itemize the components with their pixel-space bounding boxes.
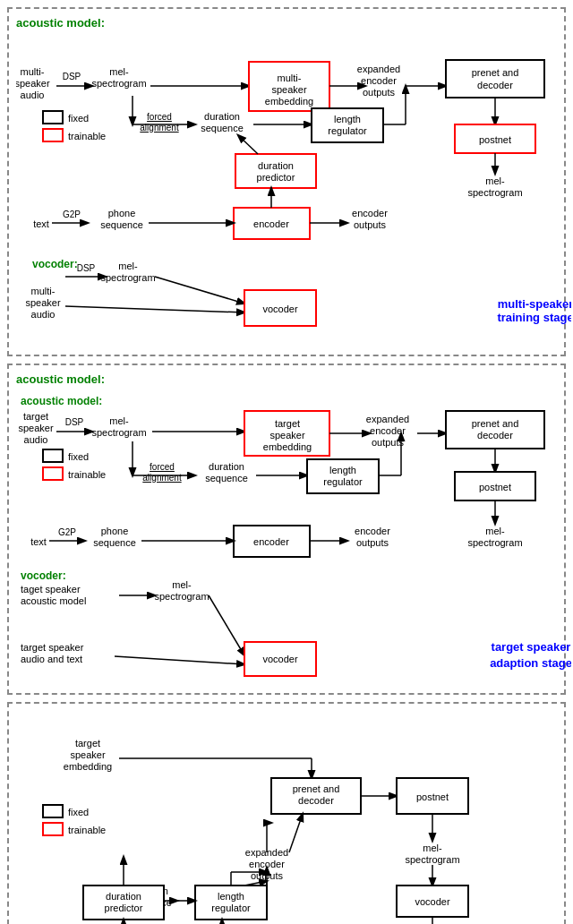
- svg-text:audio: audio: [21, 90, 45, 100]
- svg-text:trainable: trainable: [68, 469, 106, 480]
- svg-text:vocoder: vocoder: [262, 654, 297, 664]
- svg-text:spectrogram: spectrogram: [100, 272, 155, 283]
- svg-text:decoder: decoder: [298, 795, 334, 806]
- svg-text:spectrogram: spectrogram: [467, 537, 522, 548]
- svg-text:mel-: mel-: [485, 175, 505, 186]
- svg-text:length: length: [329, 465, 356, 475]
- svg-text:sequence: sequence: [205, 473, 248, 483]
- panel-adaption: acoustic model: fixed trainable acoustic…: [7, 364, 566, 695]
- panel-synthesis: fixed trainable target speaker embedding…: [7, 702, 566, 924]
- svg-text:taget speaker: taget speaker: [21, 584, 81, 595]
- svg-text:outputs: outputs: [372, 437, 405, 448]
- svg-text:multi-speaker: multi-speaker: [498, 297, 571, 311]
- svg-line-67: [155, 277, 244, 304]
- svg-text:multi-: multi-: [278, 73, 302, 83]
- svg-rect-40: [235, 154, 316, 188]
- svg-text:encoder: encoder: [352, 208, 388, 218]
- svg-text:expanded: expanded: [357, 64, 400, 74]
- diagram-svg-3: fixed trainable target speaker embedding…: [16, 711, 571, 924]
- main-container: acoustic model: fixed trainable multi- s…: [0, 0, 573, 924]
- svg-text:prenet and: prenet and: [293, 783, 340, 794]
- svg-text:regulator: regulator: [323, 476, 363, 487]
- svg-text:duration: duration: [204, 111, 240, 122]
- svg-line-43: [238, 135, 258, 154]
- svg-text:target: target: [275, 418, 300, 429]
- diagram-svg-1: fixed trainable multi- speaker audio DSP…: [16, 35, 571, 353]
- svg-text:vocoder: vocoder: [262, 304, 297, 314]
- svg-text:outputs: outputs: [363, 87, 396, 98]
- svg-text:speaker: speaker: [18, 423, 53, 433]
- svg-text:encoder: encoder: [361, 75, 397, 86]
- svg-text:spectrogram: spectrogram: [91, 78, 146, 89]
- svg-text:expanded: expanded: [366, 414, 409, 424]
- svg-text:trainable: trainable: [68, 825, 106, 835]
- svg-text:encoder: encoder: [253, 218, 289, 229]
- svg-text:trainable: trainable: [68, 131, 106, 141]
- svg-text:vocoder: vocoder: [415, 896, 449, 907]
- svg-text:speaker: speaker: [271, 84, 306, 95]
- svg-line-68: [65, 306, 244, 312]
- svg-text:outputs: outputs: [356, 537, 389, 548]
- svg-text:fixed: fixed: [68, 113, 89, 124]
- svg-text:decoder: decoder: [477, 80, 513, 90]
- svg-text:acoustic model: acoustic model: [21, 595, 86, 606]
- svg-text:DSP: DSP: [65, 417, 84, 427]
- svg-text:spectrogram: spectrogram: [91, 427, 146, 438]
- svg-text:alignment: alignment: [142, 473, 182, 483]
- svg-text:fixed: fixed: [68, 451, 89, 462]
- svg-text:mel-: mel-: [109, 66, 129, 77]
- svg-text:embedding: embedding: [263, 441, 312, 452]
- svg-text:phone: phone: [108, 208, 136, 218]
- svg-text:length: length: [334, 114, 361, 124]
- svg-text:mel-: mel-: [118, 261, 138, 271]
- svg-text:multi-: multi-: [21, 66, 45, 77]
- svg-text:length: length: [218, 891, 244, 902]
- svg-text:vocoder:: vocoder:: [21, 569, 66, 582]
- svg-text:target: target: [75, 738, 100, 749]
- svg-text:predictor: predictor: [105, 903, 143, 913]
- svg-rect-0: [43, 111, 63, 124]
- svg-text:postnet: postnet: [479, 134, 511, 145]
- diagram-svg-2: fixed trainable acoustic model: target s…: [16, 391, 571, 696]
- svg-text:mel-: mel-: [109, 415, 129, 426]
- svg-text:mel-: mel-: [172, 579, 192, 590]
- svg-rect-142: [43, 805, 63, 817]
- svg-rect-21: [446, 60, 544, 98]
- svg-text:outputs: outputs: [354, 219, 387, 230]
- svg-text:speaker: speaker: [70, 749, 105, 760]
- svg-text:speaker: speaker: [16, 78, 50, 89]
- svg-text:speaker: speaker: [25, 297, 60, 308]
- svg-text:vocoder:: vocoder:: [32, 258, 78, 270]
- svg-text:decoder: decoder: [477, 430, 513, 441]
- svg-text:multi-: multi-: [31, 286, 56, 296]
- svg-text:sequence: sequence: [93, 537, 136, 548]
- svg-rect-75: [43, 467, 63, 480]
- svg-text:DSP: DSP: [63, 72, 81, 81]
- svg-text:embedding: embedding: [265, 96, 313, 107]
- svg-text:audio: audio: [31, 309, 56, 320]
- svg-text:training stage: training stage: [497, 311, 571, 324]
- svg-text:spectrogram: spectrogram: [405, 854, 459, 865]
- svg-text:predictor: predictor: [257, 172, 295, 183]
- panel1-title: acoustic model:: [16, 16, 557, 30]
- svg-text:fixed: fixed: [68, 807, 89, 817]
- svg-text:text: text: [30, 536, 47, 547]
- svg-text:speaker: speaker: [269, 430, 304, 441]
- svg-text:target: target: [23, 411, 48, 422]
- svg-text:prenet and: prenet and: [472, 67, 519, 78]
- svg-rect-144: [43, 823, 63, 835]
- svg-text:mel-: mel-: [485, 526, 505, 536]
- svg-text:forced: forced: [150, 462, 175, 472]
- svg-text:text: text: [33, 218, 49, 229]
- panel-training: acoustic model: fixed trainable multi- s…: [7, 7, 566, 356]
- svg-text:G2P: G2P: [58, 527, 76, 537]
- svg-text:forced: forced: [147, 112, 172, 122]
- svg-text:encoder: encoder: [370, 425, 406, 436]
- svg-text:postnet: postnet: [416, 791, 449, 802]
- svg-text:encoder: encoder: [355, 526, 390, 536]
- svg-text:sequence: sequence: [201, 123, 244, 133]
- svg-text:spectrogram: spectrogram: [467, 187, 522, 198]
- svg-text:target speaker: target speaker: [492, 640, 571, 654]
- svg-text:duration: duration: [209, 461, 244, 472]
- svg-text:adaption stage: adaption stage: [490, 656, 571, 670]
